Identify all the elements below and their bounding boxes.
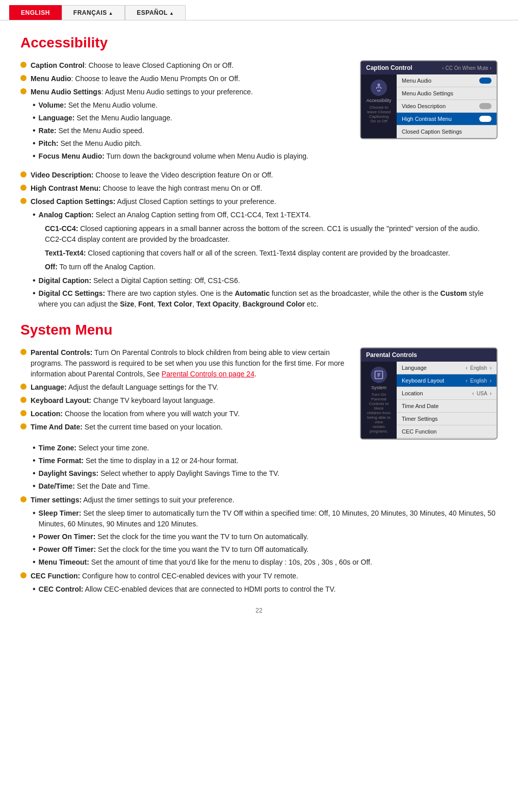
bullet-dot — [20, 62, 27, 68]
tv-mockup-menu: Menu Audio Menu Audio Settings Video Des… — [397, 74, 497, 138]
bullet-dot — [20, 423, 27, 429]
bullet-dot — [20, 384, 27, 390]
sub-bullet-dot: • — [33, 125, 36, 135]
video-desc-text: Choose to leave the Video description fe… — [95, 171, 273, 179]
time-date-text: Set the current time based on your locat… — [85, 423, 223, 431]
tab-espanol[interactable]: ESPAÑOL — [125, 5, 186, 20]
cc1-cc4-block: CC1-CC4: Closed captioning appears in a … — [45, 223, 498, 245]
language-text: Adjust the default Language settings for… — [68, 383, 218, 391]
sub-bullet-time-format: • Time Format: Set the time to display i… — [33, 455, 498, 466]
sub-bullet-time-zone: • Time Zone: Select your time zone. — [33, 443, 498, 453]
tv-mockup-accessibility: Caption Control ‹ CC On When Mute › Acce… — [360, 60, 498, 139]
sub-bullet-cec-control: • CEC Control: Allow CEC-enabled devices… — [33, 584, 498, 595]
bullet-cec-function: CEC Function: Configure how to control C… — [20, 571, 498, 581]
system-tv-mockup: Parental Controls System Turn On Parenta… — [360, 347, 498, 440]
bullet-dot — [20, 496, 27, 502]
menu-audio-settings-desc: Adjust Menu Audio settings to your prefe… — [105, 88, 253, 96]
tv-menu-row-time-date: Time And Date — [397, 400, 497, 413]
sub-bullet-menu-timeout: • Menu Timeout: Set the amount of time t… — [33, 557, 498, 568]
tv-menu-row-location: Location ‹ USA › — [397, 387, 497, 400]
closed-caption-label: Closed Caption Settings: — [31, 197, 115, 206]
tv-mockup-left-panel: Accessibility Choose to leave ClosedCapt… — [361, 74, 397, 138]
tv-mockup-system-header: Parental Controls — [361, 348, 497, 362]
high-contrast-label: High Contrast Menu: — [31, 184, 101, 192]
bullet-dot — [20, 185, 27, 191]
tv-mockup-subtitle: ‹ CC On When Mute › — [442, 65, 491, 71]
toggle-menu-audio — [479, 78, 491, 84]
system-menu-title: System Menu — [20, 322, 498, 338]
sub-bullet-dot: • — [33, 531, 36, 541]
bullet-caption-control-text: Caption Control: Choose to leave Closed … — [31, 60, 345, 71]
bullet-dot — [20, 572, 27, 578]
sub-bullet-dot: • — [33, 481, 36, 491]
parental-controls-link[interactable]: Parental Controls on page 24 — [162, 370, 254, 378]
tv-mockup-system-menu: Language ‹ English › Keyboard Layout ‹ E… — [397, 362, 497, 439]
tv-icon-label: Accessibility — [366, 98, 391, 103]
language-label: Language: — [31, 383, 67, 391]
bullet-time-date: Time And Date: Set the current time base… — [20, 422, 345, 433]
sub-bullet-datetime: • Date/Time: Set the Date and Time. — [33, 481, 498, 492]
menu-audio-label: Menu Audio — [31, 74, 71, 83]
tv-mockup-title: Caption Control — [366, 64, 412, 71]
tv-menu-row-timer-settings: Timer Settings — [397, 413, 497, 425]
bullet-menu-audio: Menu Audio: Choose to leave the Audio Me… — [20, 73, 345, 84]
tv-menu-row-cec-function: CEC Function — [397, 425, 497, 438]
menu-audio-settings-label: Menu Audio Settings — [31, 88, 101, 96]
timer-settings-text: Adjust the timer settings to suit your p… — [83, 496, 234, 504]
bullet-menu-audio-text: Menu Audio: Choose to leave the Audio Me… — [31, 73, 345, 84]
high-contrast-text: Choose to leave the high contrast menu O… — [103, 184, 263, 192]
bullet-dot — [20, 88, 27, 94]
timer-settings-label: Timer settings: — [31, 496, 82, 504]
bullet-keyboard-layout: Keyboard Layout: Change TV keyboard layo… — [20, 395, 345, 406]
bullet-dot — [20, 410, 27, 416]
cec-function-text: Configure how to control CEC-enabled dev… — [82, 572, 298, 580]
sub-bullet-dot: • — [33, 100, 36, 110]
bullet-dot — [20, 397, 27, 403]
bullet-high-contrast: High Contrast Menu: Choose to leave the … — [20, 183, 498, 194]
accessibility-section-row: Caption Control: Choose to leave Closed … — [20, 60, 498, 165]
sub-bullet-dot: • — [33, 455, 36, 465]
tv-mockup-system-icon — [371, 367, 387, 383]
sub-bullet-dot: • — [33, 468, 36, 478]
sub-bullet-dot: • — [33, 508, 36, 518]
time-date-sub-bullets: • Time Zone: Select your time zone. • Ti… — [33, 443, 498, 492]
tv-menu-row-menu-audio: Menu Audio — [397, 74, 497, 87]
sub-bullet-dot: • — [33, 210, 36, 219]
accessibility-text: Caption Control: Choose to leave Closed … — [20, 60, 345, 165]
sub-bullet-daylight-savings: • Daylight Savings: Select whether to ap… — [33, 468, 498, 479]
page-number: 22 — [20, 607, 498, 614]
toggle-high-contrast — [479, 116, 491, 122]
tv-menu-row-video-desc: Video Description — [397, 100, 497, 113]
tab-english[interactable]: ENGLISH — [9, 5, 62, 20]
tab-francais[interactable]: FRANÇAIS — [62, 5, 125, 20]
bullet-dot — [20, 75, 27, 81]
sub-bullet-dot: • — [33, 288, 36, 298]
bullet-parental-controls: Parental Controls: Turn On Parental Cont… — [20, 347, 345, 379]
sub-bullet-pitch: • Pitch: Set the Menu Audio pitch. — [33, 138, 345, 149]
sub-bullet-digital-caption: • Digital Caption: Select a Digital Capt… — [33, 275, 498, 286]
tv-menu-row-keyboard-layout: Keyboard Layout ‹ English › — [397, 374, 497, 387]
accessibility-title: Accessibility — [20, 35, 498, 51]
tv-menu-row-closed-caption: Closed Caption Settings — [397, 125, 497, 138]
keyboard-layout-label: Keyboard Layout: — [31, 396, 91, 404]
bullet-language: Language: Adjust the default Language se… — [20, 382, 345, 393]
sub-bullet-focus-menu-audio: • Focus Menu Audio: Turn down the backgr… — [33, 151, 345, 162]
cec-sub-bullets: • CEC Control: Allow CEC-enabled devices… — [33, 584, 498, 595]
bullet-dot — [20, 171, 27, 177]
sub-bullet-analog-caption: • Analog Caption: Select an Analog Capti… — [33, 210, 498, 220]
tv-mockup-system-body: System Turn On Parental Controls to bloc… — [361, 362, 497, 439]
bullet-closed-caption: Closed Caption Settings: Adjust Closed C… — [20, 196, 498, 207]
tv-mockup-system-left: System Turn On Parental Controls to bloc… — [361, 362, 397, 439]
sub-bullet-dot: • — [33, 151, 36, 161]
text1-text4-block: Text1-Text4: Closed captioning that cove… — [45, 248, 498, 259]
bullet-caption-control: Caption Control: Choose to leave Closed … — [20, 60, 345, 71]
tv-mockup-accessibility-icon — [371, 80, 387, 96]
sub-bullet-dot: • — [33, 544, 36, 554]
tv-mockup-system: Parental Controls System Turn On Parenta… — [360, 347, 498, 440]
off-block: Off: To turn off the Analog Caption. — [45, 262, 498, 272]
tv-system-icon-label: System — [371, 385, 386, 390]
closed-caption-sub-bullets: • Analog Caption: Select an Analog Capti… — [33, 210, 498, 220]
bullet-dot — [20, 198, 27, 204]
sub-bullet-dot: • — [33, 275, 36, 285]
sub-bullet-rate: • Rate: Set the Menu Audio speed. — [33, 125, 345, 136]
